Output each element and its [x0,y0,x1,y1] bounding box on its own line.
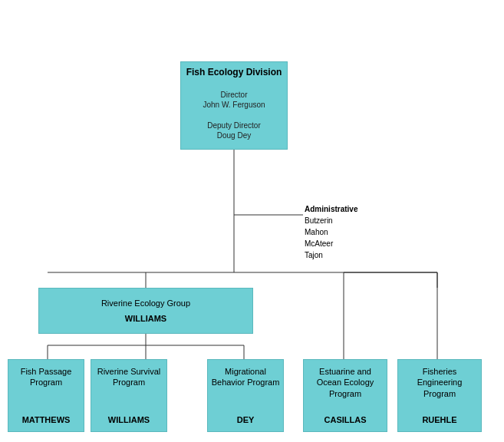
group-manager: WILLIAMS [125,313,166,324]
program-manager-1: WILLIAMS [108,414,150,425]
org-chart: Fish Ecology Division Director John W. F… [0,0,504,442]
root-name1: John W. Ferguson [184,100,284,110]
admin-member-3: Tajon [305,249,357,261]
admin-member-0: Butzerin [305,215,357,226]
program-manager-0: MATTHEWS [22,414,71,425]
root-node: Fish Ecology Division Director John W. F… [180,61,288,150]
program-manager-2: DEY [237,414,255,425]
root-name2: Doug Dey [184,130,284,140]
program-label-4: Fisheries Engineering Program [401,366,478,399]
group-node: Riverine Ecology Group WILLIAMS [38,288,253,334]
root-role2: Deputy Director [184,120,284,130]
group-label: Riverine Ecology Group [101,298,190,308]
program-node-0: Fish Passage Program MATTHEWS [8,359,84,432]
program-label-2: Migrational Behavior Program [211,366,280,388]
root-role1: Director [184,90,284,100]
program-node-1: Riverine Survival Program WILLIAMS [91,359,167,432]
program-manager-4: RUEHLE [422,414,456,425]
admin-box: Administrative Butzerin Mahon McAteer Ta… [305,203,357,261]
admin-member-1: Mahon [305,226,357,238]
program-node-2: Migrational Behavior Program DEY [207,359,284,432]
program-label-1: Riverine Survival Program [94,366,163,388]
program-node-4: Fisheries Engineering Program RUEHLE [397,359,482,432]
admin-member-2: McAteer [305,238,357,249]
program-node-3: Estuarine and Ocean Ecology Program CASI… [303,359,387,432]
program-manager-3: CASILLAS [324,414,367,425]
program-label-3: Estuarine and Ocean Ecology Program [307,366,384,399]
root-title: Fish Ecology Division [184,67,284,79]
program-label-0: Fish Passage Program [12,366,81,388]
admin-label: Administrative [305,203,357,215]
